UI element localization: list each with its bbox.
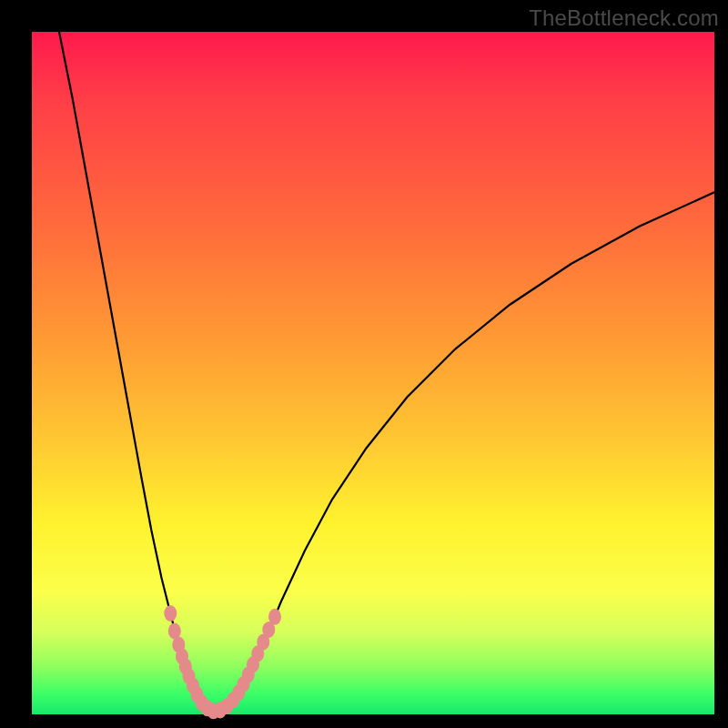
curve-group: [59, 32, 714, 711]
chart-overlay: [0, 0, 728, 728]
highlight-dot: [164, 605, 177, 622]
bottleneck-curve: [59, 32, 714, 711]
marker-group: [164, 605, 281, 719]
chart-frame: TheBottleneck.com: [0, 0, 728, 728]
highlight-dot: [268, 609, 281, 625]
